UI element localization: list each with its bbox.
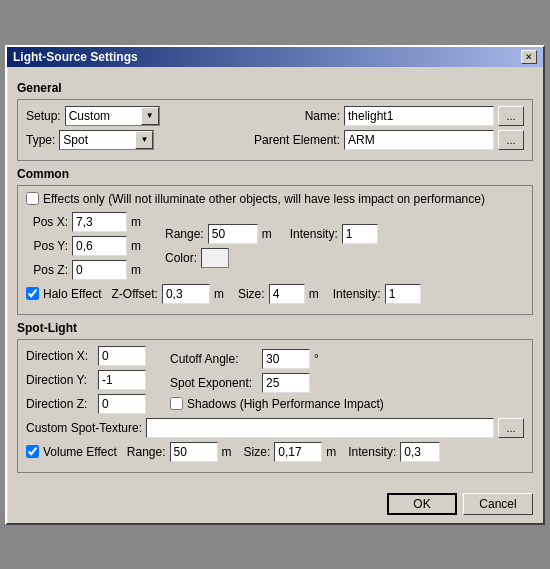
type-label: Type: [26, 133, 55, 147]
pos-z-input[interactable] [72, 260, 127, 280]
pos-z-unit: m [131, 263, 141, 277]
dialog-title: Light-Source Settings [13, 50, 138, 64]
direction-column: Direction X: Direction Y: Direction Z: [26, 346, 146, 414]
parent-input[interactable] [344, 130, 494, 150]
vol-intensity-input[interactable] [400, 442, 440, 462]
color-picker[interactable] [201, 248, 229, 268]
shadows-label: Shadows (High Performance Impact) [187, 397, 384, 411]
pos-z-label: Pos Z: [26, 263, 68, 277]
spotlight-top-row: Direction X: Direction Y: Direction Z: [26, 346, 524, 414]
cutoff-unit: ° [314, 352, 319, 366]
pos-z-row: Pos Z: m [26, 260, 141, 280]
close-button[interactable]: ✕ [521, 50, 537, 64]
intensity-input[interactable] [342, 224, 378, 244]
vol-range-input[interactable] [170, 442, 218, 462]
vol-range-unit: m [222, 445, 232, 459]
color-row: Color: [165, 248, 378, 268]
effects-only-row: Effects only (Will not illuminate other … [26, 192, 524, 206]
dir-y-row: Direction Y: [26, 370, 146, 390]
dir-x-label: Direction X: [26, 349, 94, 363]
halo-row: Halo Effect Z-Offset: m Size: m Intensit… [26, 284, 524, 304]
size-unit: m [309, 287, 319, 301]
size-input[interactable] [269, 284, 305, 304]
general-row2: Type: Spot Point Directional ▼ Parent El… [26, 130, 524, 150]
general-section: Setup: Custom Default Sun Point Spot ▼ N… [17, 99, 533, 161]
shadows-checkbox[interactable] [170, 397, 183, 410]
dir-z-row: Direction Z: [26, 394, 146, 414]
setup-select[interactable]: Custom Default Sun Point Spot [65, 106, 160, 126]
pos-x-input[interactable] [72, 212, 127, 232]
general-section-label: General [17, 81, 533, 95]
exponent-row: Spot Exponent: [170, 373, 384, 393]
range-row: Range: m Intensity: [165, 224, 378, 244]
shadows-row: Shadows (High Performance Impact) [170, 397, 384, 411]
ok-button[interactable]: OK [387, 493, 457, 515]
dir-y-input[interactable] [98, 370, 146, 390]
pos-y-input[interactable] [72, 236, 127, 256]
spotlight-section: Direction X: Direction Y: Direction Z: [17, 339, 533, 473]
name-label: Name: [305, 109, 340, 123]
vol-size-unit: m [326, 445, 336, 459]
dialog-window: Light-Source Settings ✕ General Setup: C… [5, 45, 545, 525]
parent-label: Parent Element: [254, 133, 340, 147]
pos-x-unit: m [131, 215, 141, 229]
halo-label: Halo Effect [43, 287, 101, 301]
setup-select-wrapper: Custom Default Sun Point Spot ▼ [65, 106, 160, 126]
dir-z-label: Direction Z: [26, 397, 94, 411]
z-offset-input[interactable] [162, 284, 210, 304]
intensity-label: Intensity: [290, 227, 338, 241]
color-label: Color: [165, 251, 197, 265]
pos-x-row: Pos X: m [26, 212, 141, 232]
z-offset-unit: m [214, 287, 224, 301]
vol-intensity-label: Intensity: [348, 445, 396, 459]
pos-column: Pos X: m Pos Y: m Pos Z: m [26, 212, 141, 280]
pos-range-row: Pos X: m Pos Y: m Pos Z: m [26, 212, 524, 280]
effects-only-label: Effects only (Will not illuminate other … [43, 192, 485, 206]
cancel-button[interactable]: Cancel [463, 493, 533, 515]
volume-label: Volume Effect [43, 445, 117, 459]
texture-browse-button[interactable]: ... [498, 418, 524, 438]
name-input[interactable] [344, 106, 494, 126]
texture-label: Custom Spot-Texture: [26, 421, 142, 435]
title-bar: Light-Source Settings ✕ [7, 47, 543, 67]
exponent-label: Spot Exponent: [170, 376, 258, 390]
range-label: Range: [165, 227, 204, 241]
pos-y-row: Pos Y: m [26, 236, 141, 256]
dialog-body: General Setup: Custom Default Sun Point … [7, 67, 543, 487]
setup-label: Setup: [26, 109, 61, 123]
cutoff-input[interactable] [262, 349, 310, 369]
dir-z-input[interactable] [98, 394, 146, 414]
common-section: Effects only (Will not illuminate other … [17, 185, 533, 315]
vol-size-label: Size: [244, 445, 271, 459]
size-label: Size: [238, 287, 265, 301]
range-unit: m [262, 227, 272, 241]
exponent-input[interactable] [262, 373, 310, 393]
z-offset-label: Z-Offset: [111, 287, 157, 301]
range-input[interactable] [208, 224, 258, 244]
spotlight-section-label: Spot-Light [17, 321, 533, 335]
texture-row: Custom Spot-Texture: ... [26, 418, 524, 438]
type-select[interactable]: Spot Point Directional [59, 130, 154, 150]
texture-input[interactable] [146, 418, 494, 438]
dir-x-row: Direction X: [26, 346, 146, 366]
vol-size-input[interactable] [274, 442, 322, 462]
volume-checkbox[interactable] [26, 445, 39, 458]
cutoff-row: Cutoff Angle: ° [170, 349, 384, 369]
dir-y-label: Direction Y: [26, 373, 94, 387]
dir-x-input[interactable] [98, 346, 146, 366]
pos-y-unit: m [131, 239, 141, 253]
right-column: Range: m Intensity: Color: [165, 224, 378, 268]
title-bar-buttons: ✕ [521, 50, 537, 64]
halo-intensity-input[interactable] [385, 284, 421, 304]
pos-y-label: Pos Y: [26, 239, 68, 253]
parent-browse-button[interactable]: ... [498, 130, 524, 150]
vol-range-label: Range: [127, 445, 166, 459]
name-browse-button[interactable]: ... [498, 106, 524, 126]
cutoff-column: Cutoff Angle: ° Spot Exponent: Shadows (… [170, 349, 384, 411]
common-section-label: Common [17, 167, 533, 181]
effects-only-checkbox[interactable] [26, 192, 39, 205]
halo-intensity-label: Intensity: [333, 287, 381, 301]
pos-x-label: Pos X: [26, 215, 68, 229]
halo-checkbox[interactable] [26, 287, 39, 300]
type-select-wrapper: Spot Point Directional ▼ [59, 130, 154, 150]
